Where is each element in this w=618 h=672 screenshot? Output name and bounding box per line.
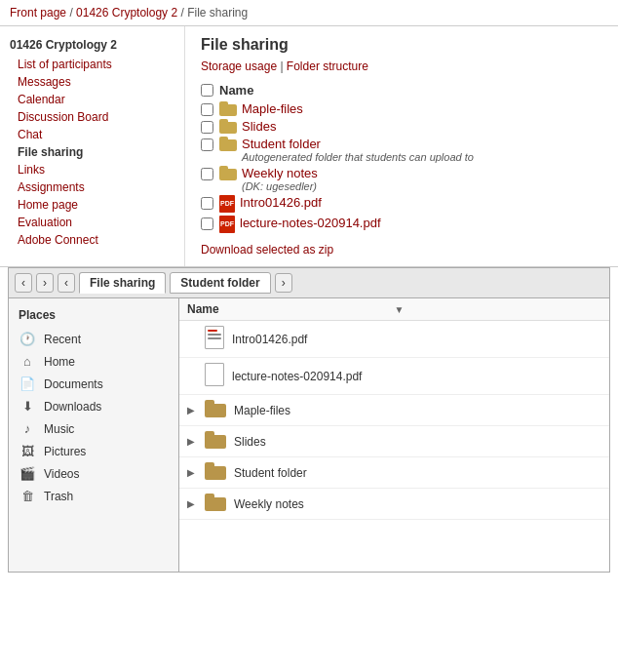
- sidebar-item-calendar[interactable]: Calendar: [0, 91, 184, 108]
- expand-arrow-slides[interactable]: ▶: [187, 436, 201, 447]
- forward-button[interactable]: ›: [36, 273, 54, 293]
- trash-icon: 🗑: [19, 489, 36, 503]
- place-documents-label: Documents: [44, 377, 103, 391]
- place-documents[interactable]: 📄 Documents: [9, 373, 178, 395]
- sort-icon[interactable]: ▼: [395, 304, 602, 315]
- place-pictures[interactable]: 🖼 Pictures: [9, 440, 178, 462]
- fm-file-name-slides: Slides: [234, 435, 601, 449]
- sidebar-item-evaluation[interactable]: Evaluation: [0, 214, 184, 231]
- file-name-weekly[interactable]: Weekly notes: [242, 166, 318, 180]
- expand-arrow-maple[interactable]: ▶: [187, 405, 201, 415]
- file-checkbox-intro[interactable]: [201, 197, 213, 210]
- list-item: Weekly notes (DK: ugesedler): [201, 166, 602, 192]
- tab-student-folder[interactable]: Student folder: [170, 272, 270, 294]
- pdf-file-icon: [205, 326, 224, 352]
- sidebar: 01426 Cryptology 2 List of participants …: [0, 26, 185, 266]
- file-checkbox-slides[interactable]: [201, 121, 213, 134]
- pdf-icon: PDF: [219, 216, 235, 233]
- breadcrumb-current: File sharing: [187, 6, 248, 20]
- fm-file-name-weekly: Weekly notes: [234, 497, 601, 511]
- download-zip-link[interactable]: Download selected as zip: [201, 243, 602, 257]
- sidebar-item-file-sharing[interactable]: File sharing: [0, 143, 184, 161]
- home-icon: ⌂: [19, 354, 36, 369]
- sidebar-item-participants[interactable]: List of participants: [0, 56, 184, 73]
- file-name-slides[interactable]: Slides: [242, 119, 276, 134]
- folder-icon: [219, 166, 237, 180]
- fm-files: Name ▼ Intro01426.pdf: [179, 298, 609, 572]
- breadcrumb-front-page[interactable]: Front page: [10, 6, 66, 20]
- folder-icon-student: [205, 462, 226, 483]
- folder-icon: [219, 101, 237, 116]
- up-button[interactable]: ‹: [58, 273, 75, 293]
- doc-file-icon: [205, 363, 224, 389]
- select-all-checkbox[interactable]: [201, 84, 213, 97]
- place-recent[interactable]: 🕐 Recent: [9, 328, 178, 350]
- expand-arrow-weekly[interactable]: ▶: [187, 498, 201, 509]
- name-header: Name: [219, 83, 253, 98]
- fm-file-name-intro: Intro01426.pdf: [232, 333, 601, 346]
- back-button[interactable]: ‹: [15, 273, 32, 293]
- fm-file-name-lecture: lecture-notes-020914.pdf: [232, 370, 601, 383]
- file-checkbox-weekly[interactable]: [201, 168, 213, 180]
- videos-icon: 🎬: [19, 466, 36, 481]
- place-music[interactable]: ♪ Music: [9, 417, 178, 440]
- content-area: File sharing Storage usage | Folder stru…: [185, 26, 618, 266]
- places-title: Places: [9, 306, 178, 328]
- documents-icon: 📄: [19, 376, 36, 391]
- file-name-student[interactable]: Student folder: [242, 137, 321, 151]
- fm-list-item[interactable]: ▶ Student folder: [179, 457, 609, 489]
- folder-structure-link[interactable]: Folder structure: [287, 59, 368, 73]
- place-recent-label: Recent: [44, 333, 81, 346]
- place-home-label: Home: [44, 355, 75, 369]
- place-home[interactable]: ⌂ Home: [9, 350, 178, 373]
- recent-icon: 🕐: [19, 332, 36, 346]
- fm-list-item[interactable]: ▶ Slides: [179, 426, 609, 457]
- sidebar-item-links[interactable]: Links: [0, 161, 184, 178]
- fm-files-header: Name ▼: [179, 298, 609, 321]
- fm-list-item[interactable]: ▶ Weekly notes: [179, 489, 609, 520]
- sidebar-item-chat[interactable]: Chat: [0, 126, 184, 143]
- next-button[interactable]: ›: [275, 273, 292, 293]
- folder-icon: [219, 137, 237, 151]
- fm-toolbar: ‹ › ‹ File sharing Student folder ›: [9, 268, 609, 298]
- file-name-maple[interactable]: Maple-files: [242, 101, 303, 116]
- place-downloads-label: Downloads: [44, 400, 101, 414]
- place-trash[interactable]: 🗑 Trash: [9, 485, 178, 507]
- tab-file-sharing[interactable]: File sharing: [79, 272, 166, 294]
- list-item: PDF Intro01426.pdf: [201, 195, 602, 213]
- fm-list-item[interactable]: ▶ Maple-files: [179, 395, 609, 426]
- file-desc-weekly: (DK: ugesedler): [242, 180, 318, 192]
- place-music-label: Music: [44, 422, 74, 436]
- fm-name-header: Name: [187, 302, 395, 316]
- fm-list-item[interactable]: Intro01426.pdf: [179, 321, 609, 358]
- sidebar-item-discussion[interactable]: Discussion Board: [0, 108, 184, 126]
- file-name-lecture[interactable]: lecture-notes-020914.pdf: [240, 216, 381, 230]
- page-title: File sharing: [201, 36, 602, 54]
- breadcrumb-course[interactable]: 01426 Cryptology 2: [76, 6, 177, 20]
- file-checkbox-lecture[interactable]: [201, 217, 213, 230]
- folder-icon: [219, 119, 237, 134]
- place-downloads[interactable]: ⬇ Downloads: [9, 395, 178, 417]
- sidebar-item-adobe[interactable]: Adobe Connect: [0, 231, 184, 249]
- pdf-icon: PDF: [219, 195, 235, 213]
- file-checkbox-student[interactable]: [201, 138, 213, 151]
- list-item: PDF lecture-notes-020914.pdf: [201, 216, 602, 233]
- place-videos[interactable]: 🎬 Videos: [9, 462, 178, 485]
- fm-file-name-student: Student folder: [234, 466, 601, 480]
- sidebar-item-home[interactable]: Home page: [0, 196, 184, 214]
- breadcrumb: Front page / 01426 Cryptology 2 / File s…: [0, 0, 618, 26]
- fm-file-name-maple: Maple-files: [234, 404, 601, 417]
- sidebar-item-assignments[interactable]: Assignments: [0, 178, 184, 196]
- file-name-intro[interactable]: Intro01426.pdf: [240, 195, 322, 210]
- file-desc-student: Autogenerated folder that students can u…: [242, 151, 474, 163]
- storage-usage-link[interactable]: Storage usage: [201, 59, 277, 73]
- list-item: Student folder Autogenerated folder that…: [201, 137, 602, 163]
- fm-places: Places 🕐 Recent ⌂ Home 📄 Documents ⬇ Dow…: [9, 298, 179, 572]
- fm-list-item[interactable]: lecture-notes-020914.pdf: [179, 358, 609, 395]
- music-icon: ♪: [19, 421, 36, 436]
- file-checkbox-maple[interactable]: [201, 103, 213, 116]
- file-manager: ‹ › ‹ File sharing Student folder › Plac…: [8, 267, 610, 573]
- folder-icon-slides: [205, 431, 226, 452]
- expand-arrow-student[interactable]: ▶: [187, 467, 201, 478]
- sidebar-item-messages[interactable]: Messages: [0, 73, 184, 91]
